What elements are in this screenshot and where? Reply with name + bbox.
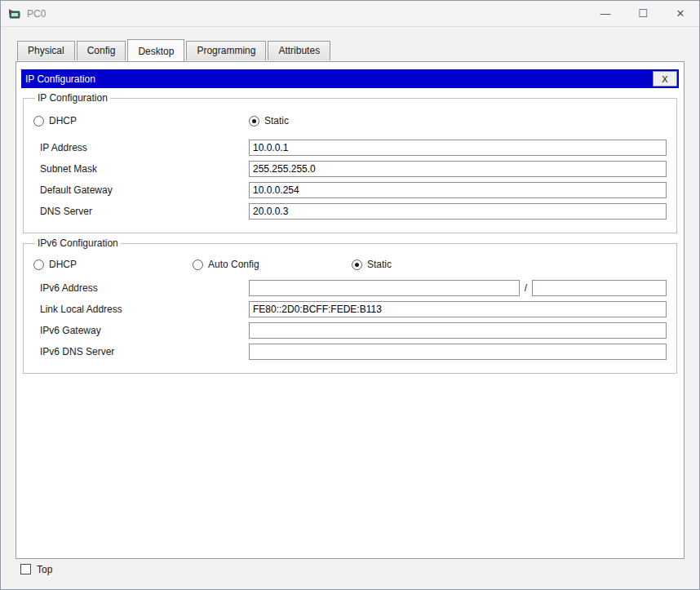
ipv6-dns-server-label: IPv6 DNS Server: [33, 346, 249, 357]
default-gateway-row: Default Gateway: [33, 182, 667, 198]
desktop-panel: IP Configuration X IP Configuration DHCP…: [16, 61, 684, 559]
ipv6-dhcp-radio-label: DHCP: [49, 259, 77, 270]
ipv6-autoconfig-radio-circle[interactable]: [193, 260, 203, 270]
tab-programming[interactable]: Programming: [186, 41, 266, 60]
window-titlebar: PC0 — ☐ ✕: [1, 1, 699, 27]
tab-bar: Physical Config Desktop Programming Attr…: [1, 27, 699, 60]
ipv6-static-radio[interactable]: Static: [352, 259, 392, 270]
app-window: PC0 — ☐ ✕ Physical Config Desktop Progra…: [0, 0, 700, 590]
maximize-button[interactable]: ☐: [624, 1, 662, 26]
ipv4-static-radio[interactable]: Static: [249, 115, 289, 126]
ipv4-dhcp-radio[interactable]: DHCP: [33, 115, 249, 126]
ipv6-dhcp-radio-circle[interactable]: [33, 260, 44, 270]
ipv6-prefix-input[interactable]: [532, 280, 667, 296]
subnet-mask-row: Subnet Mask: [33, 161, 667, 177]
minimize-button[interactable]: —: [587, 1, 624, 26]
ipv6-address-label: IPv6 Address: [33, 282, 249, 294]
ipv6-gateway-row: IPv6 Gateway: [33, 322, 667, 339]
ipv6-static-radio-label: Static: [367, 259, 392, 270]
ipv6-autoconfig-radio[interactable]: Auto Config: [193, 259, 352, 270]
ipv6-dns-server-input[interactable]: [249, 344, 667, 360]
ipv6-gateway-label: IPv6 Gateway: [33, 325, 249, 336]
ipv6-group-title: IPv6 Configuration: [35, 237, 121, 249]
link-local-label: Link Local Address: [33, 304, 249, 315]
ipv4-group-title: IP Configuration: [35, 92, 110, 104]
ipv6-address-row: IPv6 Address /: [33, 280, 667, 296]
ipv4-static-radio-label: Static: [264, 115, 289, 126]
ipv6-static-radio-circle[interactable]: [352, 260, 362, 270]
ipv6-dhcp-radio[interactable]: DHCP: [33, 259, 193, 270]
ip-address-label: IP Address: [33, 142, 249, 153]
dns-server-row: DNS Server: [33, 203, 667, 220]
ipv4-dhcp-radio-circle[interactable]: [33, 116, 44, 126]
tab-config[interactable]: Config: [77, 41, 126, 60]
subnet-mask-input[interactable]: [249, 161, 667, 177]
default-gateway-input[interactable]: [249, 182, 667, 198]
top-checkbox[interactable]: [20, 564, 31, 574]
ipv6-groupbox: IPv6 Configuration DHCP Auto Config Stat…: [23, 237, 677, 374]
window-footer: Top: [1, 559, 699, 589]
window-controls: — ☐ ✕: [587, 1, 699, 26]
ipv4-static-radio-circle[interactable]: [249, 116, 259, 126]
subnet-mask-label: Subnet Mask: [33, 163, 249, 175]
ipv6-autoconfig-radio-label: Auto Config: [208, 259, 259, 270]
tab-desktop[interactable]: Desktop: [127, 39, 184, 61]
tab-attributes[interactable]: Attributes: [268, 41, 330, 60]
ip-config-titlebar: IP Configuration X: [21, 69, 679, 88]
close-button[interactable]: ✕: [662, 1, 699, 26]
default-gateway-label: Default Gateway: [33, 184, 249, 196]
dialog-title: IP Configuration: [25, 73, 95, 85]
ipv6-address-input[interactable]: [249, 280, 520, 296]
ipv4-dhcp-radio-label: DHCP: [49, 115, 77, 126]
link-local-input[interactable]: [249, 301, 667, 317]
ipv6-radio-row: DHCP Auto Config Static: [33, 259, 667, 270]
dns-server-label: DNS Server: [33, 206, 249, 217]
ipv6-prefix-separator: /: [525, 282, 527, 294]
ipv4-radio-row: DHCP Static: [33, 115, 667, 126]
ipv6-gateway-input[interactable]: [249, 322, 667, 339]
ipv6-dns-server-row: IPv6 DNS Server: [33, 344, 667, 360]
dns-server-input[interactable]: [249, 203, 667, 220]
dialog-close-button[interactable]: X: [653, 71, 677, 87]
ipv4-groupbox: IP Configuration DHCP Static IP Address …: [23, 92, 677, 233]
top-checkbox-label: Top: [37, 564, 52, 575]
tab-physical[interactable]: Physical: [17, 41, 75, 60]
link-local-row: Link Local Address: [33, 301, 667, 317]
pc-icon: [7, 7, 22, 20]
ip-address-row: IP Address: [33, 140, 667, 156]
window-title: PC0: [27, 8, 46, 20]
ip-address-input[interactable]: [249, 140, 667, 156]
